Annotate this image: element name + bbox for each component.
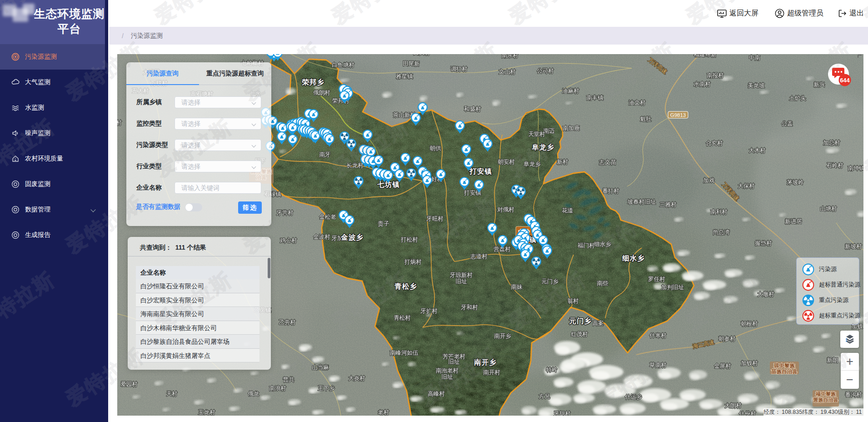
svg-text:爱园村: 爱园村 — [120, 381, 138, 387]
svg-text:水南村: 水南村 — [693, 81, 711, 87]
svg-text:田头村: 田头村 — [413, 54, 430, 56]
svg-text:加钗村: 加钗村 — [741, 360, 758, 367]
svg-text:南乐村: 南乐村 — [501, 54, 519, 59]
svg-text:G9813: G9813 — [670, 112, 686, 118]
svg-text:加戏: 加戏 — [703, 177, 715, 184]
svg-text:金屏村: 金屏村 — [714, 363, 731, 369]
svg-text:石岭村: 石岭村 — [826, 162, 843, 169]
svg-text:朝安村: 朝安村 — [498, 159, 515, 165]
svg-text:普共: 普共 — [283, 377, 295, 383]
svg-text:南开村: 南开村 — [483, 369, 500, 376]
svg-text:青松村: 青松村 — [394, 315, 411, 321]
svg-text:大木村: 大木村 — [748, 147, 766, 154]
svg-text:志文苗: 志文苗 — [599, 159, 616, 166]
svg-text:对俄村: 对俄村 — [497, 206, 514, 213]
svg-text:公司村: 公司村 — [537, 68, 554, 74]
svg-text:什份村: 什份村 — [738, 411, 756, 416]
svg-text:元门乡: 元门乡 — [569, 317, 592, 325]
svg-text:玉龙村: 玉龙村 — [198, 409, 215, 416]
svg-text:土炉头: 土炉头 — [789, 95, 806, 101]
svg-text:新进居: 新进居 — [785, 218, 802, 225]
svg-text:牙胡村: 牙胡村 — [553, 411, 571, 416]
svg-text:翁村: 翁村 — [568, 298, 579, 304]
svg-text:长龙村: 长龙村 — [346, 162, 364, 169]
svg-text:和盛村: 和盛村 — [464, 106, 481, 112]
svg-text:牙扩村: 牙扩村 — [420, 308, 438, 314]
svg-text:三雅村: 三雅村 — [659, 201, 677, 208]
svg-text:草南村: 草南村 — [649, 362, 667, 368]
svg-text:握岱村: 握岱村 — [755, 240, 772, 246]
svg-text:特岭: 特岭 — [546, 367, 558, 373]
svg-text:苗族自治县: 苗族自治县 — [771, 369, 798, 374]
svg-text:细水乡: 细水乡 — [594, 241, 611, 247]
svg-text:大墩村: 大墩村 — [757, 291, 774, 297]
svg-text:福中黎族: 福中黎族 — [815, 391, 836, 397]
svg-text:番打村: 番打村 — [602, 188, 619, 194]
svg-text:油文村: 油文村 — [628, 100, 646, 106]
svg-text:牙和村: 牙和村 — [460, 304, 478, 311]
svg-text:天村: 天村 — [166, 391, 178, 397]
svg-text:番沟村: 番沟村 — [845, 392, 862, 398]
svg-text:南牙: 南牙 — [319, 151, 331, 158]
svg-text:山塘村: 山塘村 — [820, 206, 837, 212]
svg-text:南开乡: 南开乡 — [494, 333, 511, 339]
svg-text:金松老: 金松老 — [319, 214, 336, 220]
svg-text:新朗: 新朗 — [827, 357, 838, 363]
svg-text:贵子: 贵子 — [378, 221, 390, 227]
svg-text:新村: 新村 — [557, 159, 569, 165]
svg-text:青松乡: 青松乡 — [394, 282, 417, 290]
svg-text:鸡心村: 鸡心村 — [279, 237, 297, 244]
svg-text:油麻村: 油麻村 — [562, 88, 579, 94]
svg-text:王下乡: 王下乡 — [318, 385, 335, 392]
svg-text:美龙坡: 美龙坡 — [748, 82, 765, 89]
svg-text:朝供: 朝供 — [430, 145, 442, 151]
svg-text:南报村: 南报村 — [707, 72, 724, 79]
svg-text:阜龙乡: 阜龙乡 — [531, 143, 554, 151]
svg-text:新坡村: 新坡村 — [845, 243, 862, 250]
svg-text:茅坡岭: 茅坡岭 — [787, 179, 804, 186]
svg-text:合究村: 合究村 — [705, 140, 723, 146]
svg-text:旧址: 旧址 — [449, 359, 460, 365]
svg-text:南些: 南些 — [597, 280, 609, 286]
svg-text:金波乡: 金波乡 — [340, 233, 364, 241]
svg-text:志道村: 志道村 — [470, 253, 488, 260]
svg-text:打安镇: 打安镇 — [469, 167, 492, 175]
svg-text:方兄: 方兄 — [539, 393, 551, 400]
svg-text:大炎村: 大炎村 — [348, 375, 365, 382]
svg-text:天堂村: 天堂村 — [528, 131, 545, 137]
svg-text:罗任村: 罗任村 — [648, 276, 665, 282]
svg-text:牙营村: 牙营村 — [276, 210, 294, 216]
svg-text:朝根村: 朝根村 — [741, 321, 758, 327]
svg-text:荣邦乡: 荣邦乡 — [302, 78, 324, 86]
svg-text:福门村: 福门村 — [577, 242, 595, 249]
svg-text:花道: 花道 — [562, 207, 574, 214]
svg-text:南加鹿: 南加鹿 — [563, 125, 580, 131]
svg-text:文山村: 文山村 — [499, 69, 516, 75]
svg-text:牙旺村: 牙旺村 — [426, 216, 444, 222]
svg-text:旧址: 旧址 — [442, 374, 454, 380]
svg-text:南坤镇: 南坤镇 — [848, 165, 863, 171]
svg-text:红茂村: 红茂村 — [571, 331, 588, 337]
svg-text:加总村: 加总村 — [823, 140, 840, 146]
svg-text:魁肚: 魁肚 — [640, 116, 652, 122]
svg-text:南浪村: 南浪村 — [269, 385, 286, 392]
svg-text:加判旧址: 加判旧址 — [661, 284, 684, 291]
svg-text:南丰镇: 南丰镇 — [586, 95, 604, 101]
svg-text:大保村: 大保村 — [738, 183, 755, 189]
svg-text:山当麻: 山当麻 — [312, 364, 329, 371]
svg-text:南妹: 南妹 — [511, 284, 523, 290]
svg-text:南泡老村: 南泡老村 — [436, 367, 459, 374]
svg-text:乙劳村: 乙劳村 — [279, 319, 296, 326]
svg-text:新兴: 新兴 — [814, 81, 825, 88]
svg-text:田尾新: 田尾新 — [403, 60, 420, 67]
svg-text:俄朗村: 俄朗村 — [313, 90, 330, 96]
svg-text:福建帮新: 福建帮新 — [693, 54, 717, 58]
svg-text:阜龙乡: 阜龙乡 — [524, 161, 541, 167]
svg-text:牙琼新村: 牙琼新村 — [449, 272, 473, 278]
svg-text:中南: 中南 — [749, 55, 761, 61]
svg-text:雅星镇: 雅星镇 — [396, 73, 413, 80]
svg-text:什运乡: 什运乡 — [624, 394, 642, 400]
svg-text:金波村: 金波村 — [313, 234, 330, 240]
svg-text:高峰村: 高峰村 — [428, 391, 445, 397]
svg-text:老村: 老村 — [378, 409, 389, 416]
